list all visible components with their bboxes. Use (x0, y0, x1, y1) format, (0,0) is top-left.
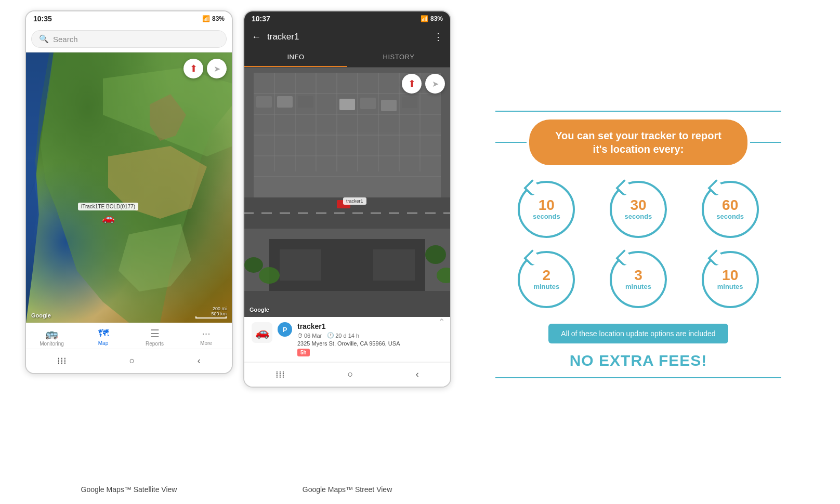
scroll-up-icon[interactable]: ⌃ (438, 317, 445, 327)
nav-more[interactable]: ··· More (180, 327, 232, 347)
map-scale: 200 mi 500 km (195, 306, 227, 319)
caption-row: Google Maps™ Satellite View Google Maps™… (25, 482, 815, 497)
android-menu-btn-2[interactable]: ⁞⁞⁞ (265, 367, 295, 382)
tracker-date: 06 Mar (304, 333, 322, 339)
monitoring-icon: 🚌 (45, 327, 58, 340)
tracker-date-item: ⏱ 06 Mar (297, 332, 322, 339)
more-icon: ··· (202, 327, 211, 339)
more-button[interactable]: ⋮ (434, 31, 443, 43)
map-navigation-icon[interactable]: ➤ (207, 59, 227, 78)
circle-unit-0: seconds (533, 213, 560, 220)
map-icon: 🗺 (98, 327, 109, 339)
svg-rect-15 (256, 96, 272, 108)
svg-rect-1 (254, 73, 441, 218)
svg-point-28 (259, 267, 280, 284)
android-home-btn-2[interactable]: ○ (337, 367, 364, 382)
phone-street: 10:37 📶 83% ← tracker1 ⋮ INFO HISTORY (243, 10, 451, 388)
bottom-nav-1: 🚌 Monitoring 🗺 Map ☰ Reports ··· More (26, 323, 232, 349)
more-label: More (200, 340, 212, 346)
caption-street: Google Maps™ Street View (243, 482, 451, 497)
headline-box: You can set your tracker to report it's … (529, 120, 747, 165)
scale-200mi: 200 mi (213, 306, 227, 311)
tabs-bar: INFO HISTORY (244, 48, 450, 68)
interval-3min: 3 minutes (600, 251, 677, 308)
time-2: 10:37 (252, 15, 270, 23)
circle-num-3: 2 (543, 268, 551, 283)
tracker-meta: ⏱ 06 Mar 🕐 20 d 14 h (297, 332, 443, 339)
tracker-pin-1: iTrack1TE BOLD(0177) 🚗 (78, 203, 138, 224)
circles-grid: 10 seconds 30 seconds 60 seconds (508, 181, 768, 308)
svg-rect-21 (402, 97, 417, 108)
tracker-info-panel: ⌃ 🚗 P tracker1 ⏱ 06 Mar 🕐 (244, 317, 450, 362)
tracker-name: tracker1 (297, 322, 443, 330)
top-h-line (495, 111, 781, 112)
status-bar-1: 10:35 📶 83% (26, 11, 232, 26)
svg-rect-25 (280, 249, 321, 281)
android-nav-1: ⁞⁞⁞ ○ ‹ (26, 349, 232, 373)
interval-30sec: 30 seconds (600, 181, 677, 238)
headline-text: You can set your tracker to report it's … (547, 129, 729, 156)
status-icons-1: 📶 83% (202, 15, 225, 22)
circle-10sec: 10 seconds (518, 181, 575, 238)
pin-icon-1: 🚗 (102, 211, 115, 224)
circle-10min: 10 minutes (702, 251, 759, 308)
android-back-btn[interactable]: ‹ (187, 353, 211, 369)
nav-reports[interactable]: ☰ Reports (129, 327, 180, 347)
nav-map[interactable]: 🗺 Map (77, 327, 129, 347)
satellite-map: ⬆ ➤ iTrack1TE BOLD(0177) 🚗 Google 200 mi… (26, 52, 232, 323)
app-header: ← tracker1 ⋮ (244, 26, 450, 48)
bottom-h-line (495, 377, 781, 378)
tracker-marker: tracker1 (343, 197, 366, 205)
svg-rect-16 (277, 96, 293, 108)
android-back-btn-2[interactable]: ‹ (405, 367, 429, 382)
tracker-badge: 5h (297, 349, 310, 356)
nav-monitoring[interactable]: 🚌 Monitoring (26, 327, 77, 347)
circle-num-2: 60 (722, 198, 738, 213)
svg-point-27 (244, 257, 263, 273)
svg-rect-26 (373, 249, 415, 281)
aerial-compass[interactable]: ⬆ (402, 74, 422, 94)
android-menu-btn[interactable]: ⁞⁞⁞ (47, 353, 77, 369)
tracker-thumbnail: 🚗 (252, 322, 272, 343)
svg-rect-19 (360, 98, 376, 109)
circle-2min: 2 minutes (518, 251, 575, 308)
scale-500km: 500 km (211, 311, 227, 316)
caption-satellite: Google Maps™ Satellite View (25, 482, 233, 497)
search-input-wrapper[interactable]: 🔍 Search (31, 30, 227, 48)
svg-point-29 (425, 245, 446, 264)
map-compass[interactable]: ⬆ (183, 59, 203, 78)
aerial-nav-icon[interactable]: ➤ (425, 74, 445, 94)
included-text: All of these location update options are… (561, 329, 715, 338)
svg-rect-32 (244, 291, 450, 317)
map-label: Map (98, 340, 108, 346)
status-bar-2: 10:37 📶 83% (244, 11, 450, 26)
circle-unit-2: seconds (716, 213, 744, 220)
svg-rect-18 (339, 99, 355, 110)
circle-unit-5: minutes (717, 283, 743, 290)
battery-2: 83% (430, 15, 443, 22)
circle-num-0: 10 (539, 198, 555, 213)
interval-2min: 2 minutes (508, 251, 585, 308)
circle-3min: 3 minutes (610, 251, 667, 308)
aerial-map: ⬆ ➤ tracker1 Google (244, 68, 450, 317)
clock-icon: ⏱ (297, 333, 303, 339)
interval-10min: 10 minutes (692, 251, 768, 308)
android-home-btn[interactable]: ○ (119, 353, 146, 369)
circle-num-4: 3 (634, 268, 642, 283)
android-nav-2: ⁞⁞⁞ ○ ‹ (244, 362, 450, 387)
tracker-duration-item: 🕐 20 d 14 h (327, 332, 359, 339)
tracker-label-1: iTrack1TE BOLD(0177) (78, 203, 138, 210)
circle-unit-4: minutes (625, 283, 651, 290)
monitoring-label: Monitoring (40, 341, 64, 347)
aerial-tracker-label: tracker1 (343, 197, 366, 205)
reports-icon: ☰ (150, 327, 160, 340)
circle-num-1: 30 (630, 198, 646, 213)
info-graphic-panel: You can set your tracker to report it's … (462, 10, 815, 478)
tracker-duration: 20 d 14 h (335, 333, 359, 339)
back-button[interactable]: ← (252, 32, 261, 43)
tab-info[interactable]: INFO (244, 48, 347, 67)
aerial-svg-map (244, 68, 450, 317)
included-box: All of these location update options are… (548, 324, 728, 343)
tab-history[interactable]: HISTORY (347, 48, 450, 67)
signal-icon-2: 📶 (421, 15, 428, 22)
